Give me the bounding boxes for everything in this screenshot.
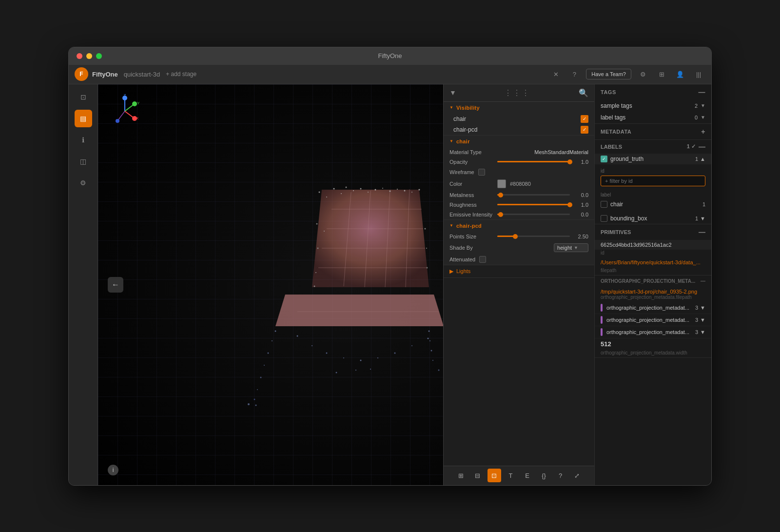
lights-label: Lights: [456, 268, 470, 274]
app-content: F FiftyOne quickstart-3d + add stage ✕ ?…: [69, 65, 711, 485]
have-team-cta[interactable]: Have a Team?: [586, 69, 631, 79]
color-swatch[interactable]: [497, 179, 506, 188]
tags-header: TAGS —: [595, 84, 711, 100]
maximize-button[interactable]: [96, 53, 102, 59]
panel-drag-handle[interactable]: ⋮⋮⋮: [504, 88, 530, 98]
ortho-entry-3[interactable]: orthographic_projection_metadat... 3 ▼: [595, 326, 711, 338]
add-stage-button[interactable]: + add stage: [166, 71, 196, 78]
filter-by-id-input[interactable]: [601, 176, 705, 186]
sidebar-icon-layers[interactable]: ◫: [75, 153, 92, 170]
chair-visibility-checkbox[interactable]: ✓: [581, 115, 588, 123]
toolbar-btn-grid1[interactable]: ⊞: [454, 469, 468, 482]
ortho-bar-2: [601, 316, 603, 324]
help-nav-button[interactable]: ?: [567, 67, 581, 81]
attenuated-checkbox[interactable]: [479, 256, 486, 263]
primitives-minus[interactable]: —: [699, 228, 705, 236]
toolbar-btn-braces[interactable]: {}: [537, 469, 551, 482]
opacity-row: Opacity 1.0: [444, 157, 594, 167]
toolbar-btn-t[interactable]: T: [504, 469, 518, 482]
svg-point-38: [324, 231, 325, 232]
chair-label-left: chair: [601, 201, 623, 208]
user-icon[interactable]: 👤: [673, 67, 687, 81]
chair-pcd-vis-label: chair-pcd: [453, 126, 477, 133]
tags-minus[interactable]: —: [699, 88, 706, 96]
svg-point-23: [326, 197, 327, 197]
chair-group-header[interactable]: ▼ chair: [444, 136, 594, 147]
app-name: FiftyOne: [92, 71, 118, 78]
opacity-slider[interactable]: [497, 161, 570, 162]
points-size-thumb: [513, 234, 518, 239]
svg-point-32: [390, 190, 391, 192]
toolbar-btn-help[interactable]: ?: [554, 469, 567, 482]
svg-point-39: [317, 247, 319, 249]
bounding-box-checkbox[interactable]: [601, 215, 607, 222]
shade-by-dropdown[interactable]: height ▼: [554, 243, 588, 252]
close-nav-button[interactable]: ✕: [549, 67, 563, 81]
wireframe-label: Wireframe: [449, 169, 474, 175]
ortho-chevron-1: ▼: [700, 305, 705, 311]
label-subsection-label: label: [601, 192, 705, 197]
metalness-label: Metalness: [449, 192, 493, 198]
svg-point-61: [297, 335, 298, 336]
opacity-fill: [497, 161, 570, 162]
id-subsection: id: [595, 164, 711, 190]
ground-truth-left: ✓ ground_truth: [601, 156, 644, 162]
ortho-entry-2[interactable]: orthographic_projection_metadat... 3 ▼: [595, 314, 711, 326]
bounding-box-row: bounding_box 1 ▼: [595, 213, 711, 224]
ground-truth-chevron: ▲: [700, 156, 705, 162]
visibility-header[interactable]: ▼ Visibility: [444, 102, 594, 114]
toolbar-btn-e[interactable]: E: [521, 469, 534, 482]
lights-header[interactable]: ▶ Lights: [444, 265, 594, 277]
menu-icon[interactable]: |||: [692, 67, 705, 81]
svg-point-65: [360, 359, 362, 361]
toolbar-btn-expand[interactable]: ⤢: [570, 469, 584, 482]
toolbar-btn-grid3[interactable]: ⊡: [488, 469, 501, 482]
toolbar-btn-grid2[interactable]: ⊟: [471, 469, 485, 482]
settings-icon[interactable]: ⚙: [636, 67, 650, 81]
wireframe-checkbox[interactable]: [478, 169, 485, 176]
svg-point-44: [427, 267, 428, 268]
bounding-box-chevron: ▼: [700, 216, 705, 221]
info-badge[interactable]: i: [108, 465, 118, 475]
metadata-plus[interactable]: +: [701, 128, 705, 136]
sample-tags-row[interactable]: sample tags 2 ▼: [595, 100, 711, 112]
svg-point-31: [382, 188, 383, 189]
chair-vis-label: chair: [453, 116, 466, 122]
minimize-button[interactable]: [86, 53, 92, 59]
labels-title: LABELS: [601, 144, 622, 150]
ortho-minus[interactable]: —: [701, 278, 705, 284]
points-size-slider[interactable]: [497, 236, 570, 237]
sidebar-icon-tag[interactable]: ▤: [75, 110, 92, 127]
panel-search-icon[interactable]: 🔍: [579, 88, 588, 98]
chair-pcd-visibility-checkbox[interactable]: ✓: [581, 126, 588, 134]
ground-truth-checkbox[interactable]: ✓: [601, 156, 607, 162]
sidebar-icon-settings[interactable]: ⚙: [75, 174, 92, 192]
svg-point-25: [341, 193, 342, 194]
labels-check[interactable]: 1 ✓: [687, 143, 696, 150]
panel-arrow[interactable]: ▼: [449, 89, 456, 97]
roughness-slider[interactable]: [497, 204, 570, 205]
metalness-slider[interactable]: [497, 194, 570, 196]
ortho-entry-1[interactable]: orthographic_projection_metadat... 3 ▼: [595, 302, 711, 314]
bounding-box-count: 1 ▼: [695, 216, 705, 221]
panel-body: ▼ Visibility chair ✓ chair-pcd ✓: [444, 102, 594, 466]
wireframe-row: Wireframe: [444, 167, 594, 177]
material-type-value: MeshStandardMaterial: [534, 149, 588, 155]
labels-minus[interactable]: —: [699, 143, 705, 151]
svg-point-71: [255, 404, 257, 406]
label-tags-row[interactable]: label tags 0 ▼: [595, 112, 711, 123]
svg-point-67: [394, 352, 396, 354]
bounding-box-label: bounding_box: [610, 215, 647, 222]
svg-point-62: [312, 345, 312, 346]
metadata-title: METADATA: [601, 129, 631, 135]
sidebar-icon-info[interactable]: ℹ: [75, 131, 92, 149]
close-button[interactable]: [77, 53, 82, 59]
svg-point-70: [248, 403, 250, 405]
grid-icon[interactable]: ⊞: [655, 67, 668, 81]
emissive-slider[interactable]: [497, 214, 570, 215]
chair-pcd-header[interactable]: ▼ chair-pcd: [444, 220, 594, 232]
svg-point-76: [370, 369, 371, 370]
sidebar-icon-filter[interactable]: ⊡: [75, 88, 92, 106]
ground-truth-count-val: 1: [695, 156, 698, 162]
dataset-name[interactable]: quickstart-3d: [124, 71, 160, 78]
